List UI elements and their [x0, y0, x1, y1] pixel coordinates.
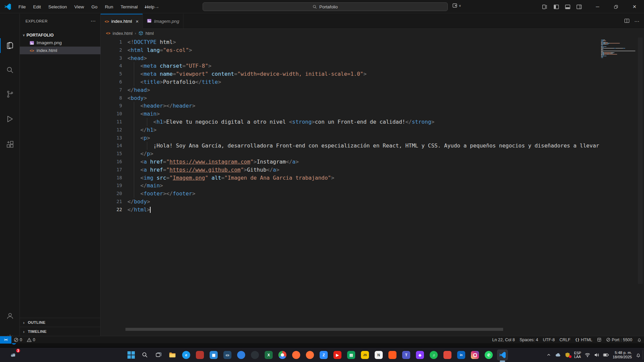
taskbar-white-app[interactable]: N — [373, 350, 384, 360]
volume-icon[interactable] — [594, 353, 600, 357]
taskbar-firefox[interactable] — [305, 350, 315, 360]
security-shield-icon[interactable] — [565, 352, 571, 358]
taskbar-start[interactable] — [126, 350, 137, 360]
taskbar-browser-blue[interactable] — [236, 350, 247, 360]
taskbar-clock[interactable]: 5:48 p. m. 18/09/2025 — [612, 351, 632, 359]
vertical-scrollbar[interactable] — [638, 38, 643, 284]
status-live-server-port[interactable]: Port : 5500 — [604, 336, 635, 344]
wifi-icon[interactable] — [584, 353, 590, 357]
taskbar-photos-app[interactable]: ▦ — [208, 350, 219, 360]
menu-go[interactable]: Go — [88, 3, 101, 11]
status-notifications[interactable] — [635, 336, 644, 344]
language-indicator[interactable]: ESP LAA — [574, 351, 581, 359]
activity-source-control[interactable] — [0, 87, 20, 102]
customize-layout-icon[interactable] — [541, 3, 549, 11]
breadcrumb-symbol[interactable]: html — [146, 31, 154, 36]
taskbar-excel[interactable]: X — [263, 350, 274, 360]
code-editor[interactable]: 1<!DOCTYPE html>2<html lang="es-col">3<h… — [101, 38, 644, 336]
activity-accounts[interactable] — [0, 309, 20, 323]
split-editor-icon[interactable] — [624, 18, 630, 25]
taskbar-purple-app[interactable]: ◆ — [415, 350, 425, 360]
breadcrumb[interactable]: <> index.html › html — [101, 29, 644, 38]
section-label: OUTLINE — [28, 320, 46, 324]
menu-view[interactable]: View — [71, 3, 88, 11]
taskbar-edge-browser[interactable]: e — [181, 350, 192, 360]
minimize-button[interactable]: ─ — [588, 0, 607, 13]
activity-explorer[interactable] — [0, 38, 20, 53]
section-outline[interactable]: ›OUTLINE — [20, 318, 101, 327]
taskbar-flame-app[interactable] — [387, 350, 398, 360]
section-timeline[interactable]: ›TIMELINE — [20, 327, 101, 336]
taskbar-chrome[interactable] — [277, 350, 288, 360]
nav-back-icon[interactable]: ← — [144, 3, 149, 10]
menu-run[interactable]: Run — [101, 3, 117, 11]
activity-extensions[interactable] — [0, 137, 20, 152]
taskbar-javascript-app[interactable]: JS — [360, 350, 370, 360]
taskbar-linkedin[interactable]: in — [456, 350, 467, 360]
status-bar: >< 00 Ln 22, Col 8Spaces: 4UTF-8CRLF{}HT… — [0, 336, 644, 343]
tab-close-icon[interactable]: × — [136, 18, 139, 24]
activity-run-debug[interactable] — [0, 112, 20, 126]
window-dropdown-icon[interactable]: ∨ — [452, 3, 461, 8]
taskbar-postman[interactable] — [291, 350, 302, 360]
nav-forward-icon[interactable]: → — [154, 3, 160, 10]
taskbar-file-explorer[interactable] — [167, 350, 178, 360]
taskbar-vscode[interactable] — [497, 350, 508, 360]
onedrive-icon[interactable] — [555, 353, 561, 357]
tray-chevron-up-icon[interactable] — [546, 353, 552, 357]
taskbar-instagram[interactable] — [470, 350, 480, 360]
taskbar-github-desktop[interactable] — [250, 350, 260, 360]
toggle-secondary-sidebar-icon[interactable] — [575, 3, 583, 11]
tab-Imagem.png[interactable]: Imagem.png — [143, 14, 183, 29]
code-line-16: <a href="https://www.instagram.com">Inst… — [127, 158, 299, 166]
breadcrumb-file[interactable]: index.html — [113, 31, 132, 36]
taskbar-red-app-2[interactable] — [442, 350, 453, 360]
toggle-primary-sidebar-icon[interactable] — [552, 3, 560, 11]
activity-search[interactable] — [0, 63, 20, 77]
taskbar-sheets[interactable]: ▤ — [346, 350, 357, 360]
show-desktop-button[interactable] — [643, 350, 644, 360]
minimap[interactable] — [600, 38, 638, 336]
taskbar-zoom[interactable]: Z — [318, 350, 329, 360]
close-button[interactable]: ✕ — [625, 0, 644, 13]
taskbar-remote-desktop[interactable]: ▭ — [222, 350, 233, 360]
command-center[interactable]: Portafolio — [203, 2, 448, 11]
taskbar-youtube[interactable]: ▶ — [332, 350, 343, 360]
status-eol[interactable]: CRLF — [557, 336, 573, 344]
menu-terminal[interactable]: Terminal — [117, 3, 141, 11]
minimap-line — [603, 57, 603, 58]
code-line-13: <p> — [127, 134, 150, 142]
status-warnings[interactable]: 0 — [24, 336, 38, 344]
tab-index.html[interactable]: <>index.html× — [101, 14, 143, 29]
taskbar-whatsapp[interactable]: ✆ — [483, 350, 494, 360]
editor-more-actions-icon[interactable]: ⋯ — [634, 18, 639, 24]
status-indentation[interactable]: Spaces: 4 — [517, 336, 541, 344]
tray-bell-icon[interactable] — [635, 353, 641, 358]
status-errors[interactable]: 0 — [11, 336, 24, 344]
taskbar-search[interactable] — [140, 350, 150, 360]
restore-button[interactable] — [607, 0, 625, 13]
taskbar-task-view[interactable] — [153, 350, 164, 360]
status-cursor-position[interactable]: Ln 22, Col 8 — [490, 336, 517, 344]
toggle-panel-icon[interactable] — [564, 3, 572, 11]
remote-indicator[interactable]: >< — [0, 336, 11, 344]
taskbar-teams[interactable]: T — [401, 350, 412, 360]
file-row-index.html[interactable]: <>index.html — [20, 47, 101, 54]
warning-icon — [27, 338, 32, 342]
taskbar-spotify[interactable]: ♫ — [428, 350, 439, 360]
project-root-row[interactable]: ∨ PORTAFOLIO — [20, 31, 101, 39]
battery-icon[interactable] — [603, 353, 609, 357]
status-browser-preview[interactable] — [595, 336, 604, 344]
menu-file[interactable]: File — [15, 3, 30, 11]
file-row-Imagem.png[interactable]: Imagem.png — [20, 39, 101, 47]
horizontal-scrollbar[interactable] — [125, 328, 503, 331]
menu-selection[interactable]: Selection — [45, 3, 71, 11]
minimap-line — [603, 45, 603, 45]
taskbar-widgets-button[interactable]: 3 — [7, 350, 19, 360]
status-label: CRLF — [559, 338, 571, 342]
menu-edit[interactable]: Edit — [30, 3, 45, 11]
status-encoding[interactable]: UTF-8 — [540, 336, 557, 344]
status-language-mode[interactable]: {}HTML — [573, 336, 595, 344]
taskbar-app-red[interactable] — [195, 350, 205, 360]
explorer-more-actions-icon[interactable]: ⋯ — [91, 18, 96, 24]
